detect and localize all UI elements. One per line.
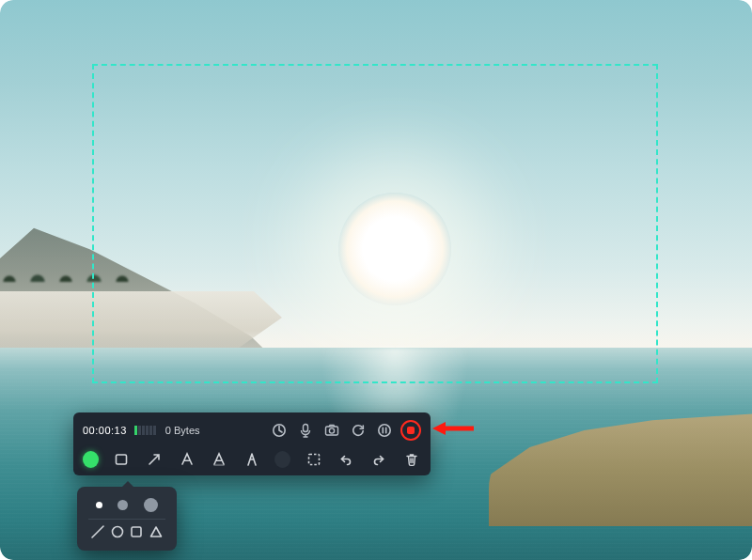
redo-button[interactable] <box>369 449 389 470</box>
svg-rect-8 <box>132 527 141 537</box>
shape-triangle[interactable] <box>149 524 164 543</box>
cursor-highlight-button[interactable] <box>269 420 290 441</box>
recording-toolbar: 00:00:13 0 Bytes <box>73 412 431 475</box>
microphone-button[interactable] <box>295 420 316 441</box>
color-swatch-green[interactable] <box>83 451 99 468</box>
restart-button[interactable] <box>348 420 368 441</box>
text-tool[interactable] <box>177 449 196 470</box>
camera-button[interactable] <box>321 420 342 441</box>
pause-button[interactable] <box>374 420 395 441</box>
stroke-size-medium[interactable] <box>118 500 128 510</box>
recording-filesize: 0 Bytes <box>165 425 200 436</box>
trash-button[interactable] <box>401 449 421 470</box>
stroke-size-small[interactable] <box>96 502 102 508</box>
svg-point-7 <box>112 527 122 537</box>
shape-square[interactable] <box>129 524 144 543</box>
stroke-size-large[interactable] <box>144 498 158 512</box>
svg-rect-1 <box>304 425 308 432</box>
rectangle-tool[interactable] <box>112 449 132 470</box>
svg-rect-6 <box>308 455 319 465</box>
svg-rect-5 <box>117 455 127 464</box>
caliper-tool[interactable] <box>243 449 262 470</box>
shape-circle[interactable] <box>110 524 125 543</box>
highlighter-tool[interactable] <box>210 449 229 470</box>
stop-button[interactable] <box>400 420 421 441</box>
color-swatch-dark[interactable] <box>274 451 290 468</box>
svg-point-4 <box>379 425 390 436</box>
arrow-tool[interactable] <box>145 449 164 470</box>
svg-point-3 <box>329 428 334 433</box>
audio-level-meter <box>134 426 156 435</box>
divider <box>88 519 165 520</box>
undo-button[interactable] <box>337 449 356 470</box>
recording-timer: 00:00:13 <box>83 425 127 436</box>
marquee-tool[interactable] <box>304 449 323 470</box>
stroke-style-popover <box>77 487 177 551</box>
screenshot-background <box>0 0 752 560</box>
shape-line[interactable] <box>90 524 105 543</box>
